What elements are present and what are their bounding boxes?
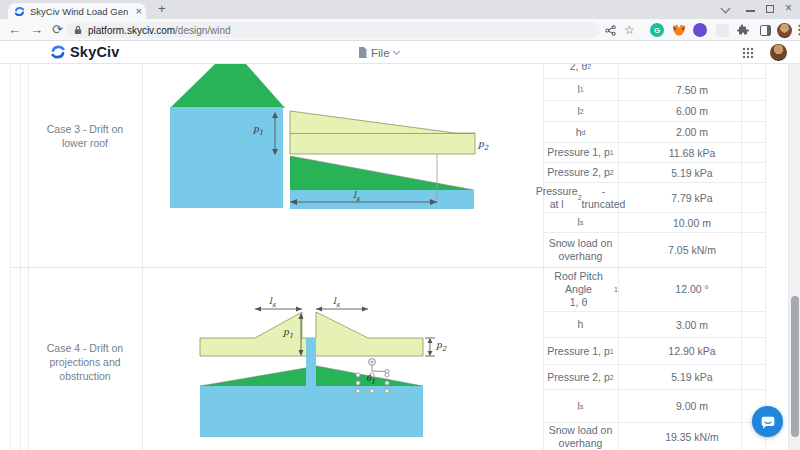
case4-drift-diagram <box>142 267 543 450</box>
share-icon[interactable] <box>602 19 618 41</box>
param-label: Snow load onoverhang <box>543 233 618 267</box>
param-label: hd <box>543 122 618 142</box>
gable-roof-shape <box>170 64 285 108</box>
file-menu-label: File <box>371 47 390 59</box>
table-row: Pressure at l2 -truncated 7.79 kPa <box>543 183 766 213</box>
tab-close-icon[interactable]: × <box>136 4 142 18</box>
param-value: 12.00 ° <box>618 267 766 311</box>
param-label: l2 <box>543 101 618 121</box>
grammarly-extension-icon[interactable]: G <box>650 19 664 41</box>
case3-drift-diagram <box>142 64 543 267</box>
param-value: 11.68 kPa <box>618 143 766 162</box>
p2-dimension-arrow <box>425 338 435 356</box>
param-label: l1 <box>543 79 618 100</box>
param-value: 7.79 kPa <box>618 183 766 212</box>
handle-arm <box>372 371 385 372</box>
window-close-button[interactable]: × <box>785 1 792 15</box>
window-minimize-button[interactable] <box>746 10 755 12</box>
p1-label: p1 <box>283 327 293 341</box>
param-value: 6.00 m <box>618 101 766 121</box>
scrollbar-track[interactable] <box>788 64 800 450</box>
browser-tab[interactable]: SkyCiv Wind Load Genera × <box>8 3 146 19</box>
param-value: 5.19 kPa <box>618 365 766 389</box>
case3-label: Case 3 - Drift onlower roof <box>28 122 142 150</box>
pressure-diagram-shape <box>290 111 475 154</box>
scrollbar-thumb[interactable] <box>791 296 799 437</box>
param-value: 5.19 kPa <box>618 163 766 182</box>
building-shape <box>200 386 423 437</box>
p2-label: p2 <box>436 340 446 354</box>
table-row: Pressure 1, p1 12.90 kPa <box>543 338 766 365</box>
table-row: hd 2.00 m <box>543 122 766 143</box>
param-value: 12.90 kPa <box>618 338 766 364</box>
selection-handle[interactable] <box>385 373 389 377</box>
selection-handle[interactable] <box>370 389 374 393</box>
url-path: /design/wind <box>175 25 231 36</box>
upper-building-shape <box>170 107 283 208</box>
table-row: ls 9.00 m <box>543 390 766 423</box>
screen: Case 3 - Drift onlower roof Case 4 - Dri… <box>0 0 800 450</box>
selection-handle[interactable] <box>356 373 360 377</box>
param-label: Snow load onoverhang <box>543 423 618 450</box>
selection-handle[interactable] <box>356 381 360 385</box>
selection-handle[interactable] <box>356 389 360 393</box>
table-row: l1 7.50 m <box>543 79 766 101</box>
theta1-label[interactable]: θ1 <box>366 374 375 387</box>
file-menu[interactable]: File <box>358 41 399 64</box>
param-label: Pressure 1, p1 <box>543 143 618 162</box>
param-value: 7.05 kN/m <box>618 233 766 267</box>
table-row: Snow load onoverhang 7.05 kN/m <box>543 233 766 267</box>
window-chevron-icon[interactable] <box>721 4 731 14</box>
param-label: h <box>543 312 618 337</box>
table-row: h 3.00 m <box>543 312 766 338</box>
selection-handle[interactable] <box>385 389 389 393</box>
projection-shape <box>306 338 316 386</box>
apps-grid-icon[interactable] <box>742 47 754 59</box>
param-value: 7.50 m <box>618 79 766 100</box>
purple-extension-icon[interactable] <box>693 19 707 41</box>
browser-toolbar: ← → ⟳ platform.skyciv.com/design/wind ☆ … <box>0 19 800 41</box>
chat-bubble-icon <box>760 414 776 430</box>
app-header: SkyCiv File <box>0 41 800 64</box>
table-row: ls 10.00 m <box>543 213 766 233</box>
bookmark-star-icon[interactable]: ☆ <box>624 19 635 41</box>
table-row: Pressure 2, p2 5.19 kPa <box>543 163 766 183</box>
table-border <box>10 64 11 450</box>
param-label: Pressure at l2 -truncated <box>543 183 618 212</box>
table-border <box>20 64 21 450</box>
window-restore-button[interactable] <box>766 5 774 13</box>
file-icon <box>358 47 367 58</box>
param-label: ls <box>543 390 618 422</box>
lower-building-shape <box>290 190 474 209</box>
chat-launcher-button[interactable] <box>752 406 783 437</box>
table-row-clipped: 2, θ2 <box>543 64 766 79</box>
new-tab-button[interactable]: + <box>158 1 166 16</box>
back-button[interactable]: ← <box>8 19 21 41</box>
param-value: 19.35 kN/m <box>618 423 766 450</box>
side-panel-icon[interactable] <box>758 19 772 41</box>
forward-button[interactable]: → <box>30 19 43 41</box>
param-label: ls <box>543 213 618 232</box>
metamask-extension-icon[interactable] <box>671 19 686 41</box>
reload-button[interactable]: ⟳ <box>52 19 63 41</box>
user-avatar[interactable] <box>770 44 787 61</box>
param-value: 2.00 m <box>618 122 766 142</box>
table-row: l2 6.00 m <box>543 101 766 122</box>
table-row: Pressure 2, p2 5.19 kPa <box>543 365 766 390</box>
inactive-extension-icon[interactable] <box>715 19 729 41</box>
table-row: Snow load onoverhang 19.35 kN/m <box>543 423 766 450</box>
browser-menu-icon[interactable]: ⋮ <box>793 19 800 41</box>
param-label: Roof Pitch Angle1, θ1 <box>543 267 618 311</box>
tab-strip: SkyCiv Wind Load Genera × + × <box>0 0 800 19</box>
table-row: Roof Pitch Angle1, θ1 12.00 ° <box>543 267 766 312</box>
browser-profile-avatar[interactable] <box>777 19 792 41</box>
param-value: 10.00 m <box>618 213 766 232</box>
extensions-puzzle-icon[interactable] <box>736 19 750 41</box>
ls-right-dimension-arrow <box>316 307 368 312</box>
skyciv-logo-icon <box>50 44 66 60</box>
address-bar[interactable]: platform.skyciv.com/design/wind <box>66 22 600 38</box>
table-row: Pressure 1, p1 11.68 kPa <box>543 143 766 163</box>
rotation-handle-dot <box>371 361 373 363</box>
selection-handle[interactable] <box>385 381 389 385</box>
p2-label: p2 <box>478 139 488 153</box>
